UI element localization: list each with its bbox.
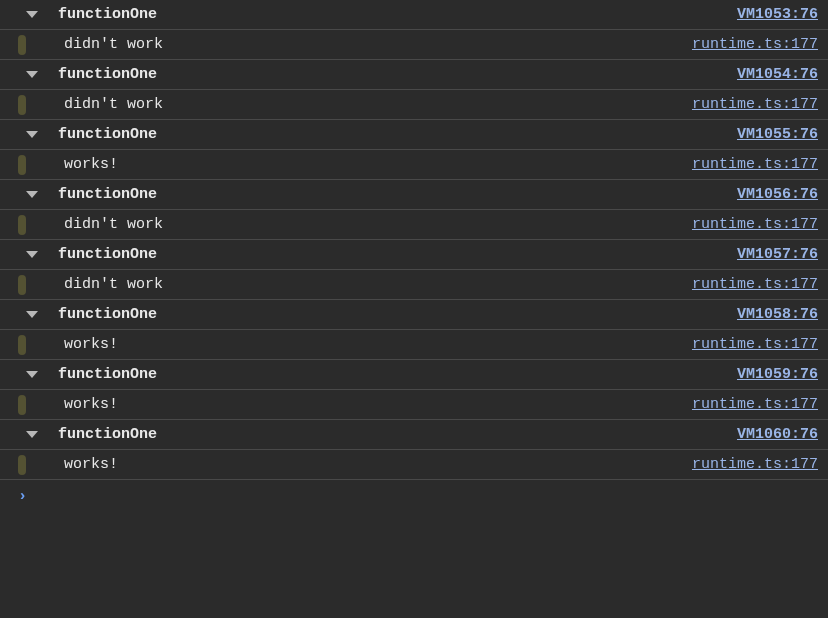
chevron-right-icon: › [18, 488, 27, 505]
function-name: functionOne [58, 6, 157, 23]
log-message: didn't work [64, 96, 163, 113]
triangle-down-icon [26, 191, 38, 198]
source-link[interactable]: VM1058:76 [737, 306, 818, 323]
console-message-row: didn't work runtime.ts:177 [0, 210, 828, 240]
console-message-row: didn't work runtime.ts:177 [0, 90, 828, 120]
source-link[interactable]: runtime.ts:177 [692, 336, 818, 353]
function-name: functionOne [58, 306, 157, 323]
source-link[interactable]: VM1057:76 [737, 246, 818, 263]
console-group-header[interactable]: functionOne VM1053:76 [0, 0, 828, 30]
source-link[interactable]: VM1056:76 [737, 186, 818, 203]
triangle-down-icon [26, 251, 38, 258]
source-link[interactable]: VM1060:76 [737, 426, 818, 443]
source-link[interactable]: runtime.ts:177 [692, 396, 818, 413]
console-group-header[interactable]: functionOne VM1055:76 [0, 120, 828, 150]
log-message: works! [64, 336, 118, 353]
log-message: works! [64, 456, 118, 473]
console-group-header[interactable]: functionOne VM1059:76 [0, 360, 828, 390]
console-group-header[interactable]: functionOne VM1054:76 [0, 60, 828, 90]
log-message: works! [64, 396, 118, 413]
source-link[interactable]: VM1053:76 [737, 6, 818, 23]
log-message: works! [64, 156, 118, 173]
source-link[interactable]: VM1059:76 [737, 366, 818, 383]
source-link[interactable]: runtime.ts:177 [692, 216, 818, 233]
group-marker-icon [18, 455, 26, 475]
group-marker-icon [18, 35, 26, 55]
console-group-header[interactable]: functionOne VM1058:76 [0, 300, 828, 330]
triangle-down-icon [26, 431, 38, 438]
console-output: functionOne VM1053:76 didn't work runtim… [0, 0, 828, 513]
source-link[interactable]: VM1055:76 [737, 126, 818, 143]
console-message-row: didn't work runtime.ts:177 [0, 270, 828, 300]
function-name: functionOne [58, 426, 157, 443]
log-message: didn't work [64, 276, 163, 293]
console-group-header[interactable]: functionOne VM1056:76 [0, 180, 828, 210]
console-input-prompt[interactable]: › [0, 480, 828, 513]
triangle-down-icon [26, 311, 38, 318]
triangle-down-icon [26, 11, 38, 18]
console-message-row: works! runtime.ts:177 [0, 150, 828, 180]
source-link[interactable]: runtime.ts:177 [692, 276, 818, 293]
group-marker-icon [18, 95, 26, 115]
source-link[interactable]: runtime.ts:177 [692, 36, 818, 53]
function-name: functionOne [58, 126, 157, 143]
function-name: functionOne [58, 366, 157, 383]
console-group-header[interactable]: functionOne VM1060:76 [0, 420, 828, 450]
function-name: functionOne [58, 186, 157, 203]
console-message-row: works! runtime.ts:177 [0, 450, 828, 480]
group-marker-icon [18, 215, 26, 235]
function-name: functionOne [58, 246, 157, 263]
group-marker-icon [18, 395, 26, 415]
source-link[interactable]: VM1054:76 [737, 66, 818, 83]
source-link[interactable]: runtime.ts:177 [692, 156, 818, 173]
triangle-down-icon [26, 71, 38, 78]
group-marker-icon [18, 335, 26, 355]
console-message-row: works! runtime.ts:177 [0, 390, 828, 420]
log-message: didn't work [64, 216, 163, 233]
source-link[interactable]: runtime.ts:177 [692, 456, 818, 473]
console-message-row: works! runtime.ts:177 [0, 330, 828, 360]
triangle-down-icon [26, 131, 38, 138]
console-group-header[interactable]: functionOne VM1057:76 [0, 240, 828, 270]
source-link[interactable]: runtime.ts:177 [692, 96, 818, 113]
triangle-down-icon [26, 371, 38, 378]
console-message-row: didn't work runtime.ts:177 [0, 30, 828, 60]
group-marker-icon [18, 155, 26, 175]
function-name: functionOne [58, 66, 157, 83]
log-message: didn't work [64, 36, 163, 53]
group-marker-icon [18, 275, 26, 295]
